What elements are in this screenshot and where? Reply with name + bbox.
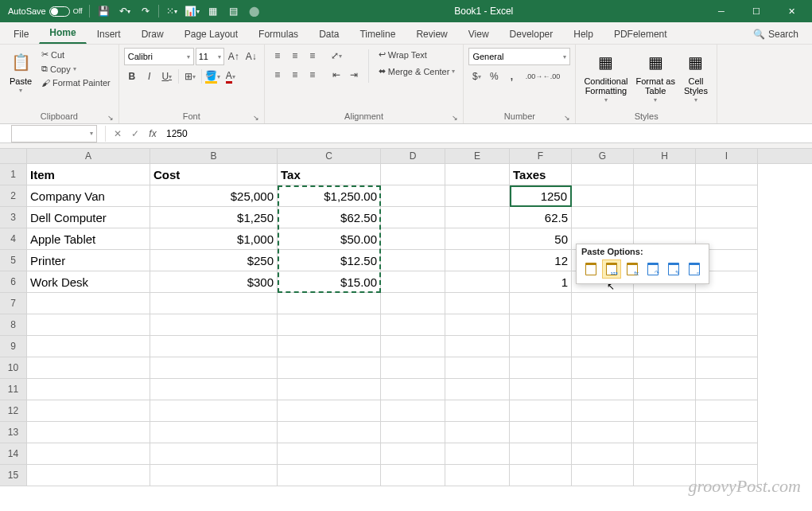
cell-F4[interactable]: 50: [510, 228, 572, 250]
qat-scatter-icon[interactable]: ⁙▾: [162, 2, 181, 21]
cell-H14[interactable]: [634, 443, 696, 465]
cell-E11[interactable]: [445, 379, 510, 400]
cell-A6[interactable]: Work Desk: [27, 271, 150, 293]
font-name-select[interactable]: Calibri▾: [124, 48, 194, 65]
paste-transpose-button[interactable]: ↷: [643, 259, 662, 279]
cell-E2[interactable]: [445, 185, 510, 207]
cell-A5[interactable]: Printer: [27, 250, 150, 271]
cell-C3[interactable]: $62.50: [278, 207, 381, 228]
row-header[interactable]: 13: [0, 422, 27, 443]
tab-formulas[interactable]: Formulas: [248, 23, 309, 44]
cell-F1[interactable]: Taxes: [510, 164, 572, 185]
cell-C11[interactable]: [278, 379, 381, 400]
cell-G14[interactable]: [572, 443, 634, 465]
confirm-edit-icon[interactable]: ✓: [126, 125, 144, 142]
qat-grid-icon[interactable]: ▤: [224, 2, 243, 21]
row-header[interactable]: 4: [0, 228, 27, 250]
cell-C5[interactable]: $12.50: [278, 250, 381, 271]
col-header[interactable]: C: [278, 149, 381, 163]
row-header[interactable]: 11: [0, 379, 27, 400]
cell-C6[interactable]: $15.00: [278, 271, 381, 293]
cell-A9[interactable]: [27, 336, 150, 357]
copy-button[interactable]: ⧉Copy▾: [38, 62, 114, 76]
tab-pagelayout[interactable]: Page Layout: [174, 23, 248, 44]
cell-H3[interactable]: [634, 207, 696, 228]
cell-I8[interactable]: [696, 314, 758, 336]
cell-C7[interactable]: [278, 293, 381, 314]
cell-I11[interactable]: [696, 379, 758, 400]
cell-B10[interactable]: [150, 357, 278, 379]
select-all-corner[interactable]: [0, 149, 27, 163]
cell-C10[interactable]: [278, 357, 381, 379]
row-header[interactable]: 9: [0, 336, 27, 357]
cell-A1[interactable]: Item: [27, 164, 150, 185]
tab-help[interactable]: Help: [563, 23, 604, 44]
cell-F3[interactable]: 62.5: [510, 207, 572, 228]
cell-G13[interactable]: [572, 422, 634, 443]
qat-table-icon[interactable]: ▦: [204, 2, 223, 21]
cell-F14[interactable]: [510, 443, 572, 465]
merge-center-button[interactable]: ⬌Merge & Center▾: [375, 64, 459, 78]
tab-view[interactable]: View: [458, 23, 499, 44]
cell-H7[interactable]: [634, 293, 696, 314]
cell-F8[interactable]: [510, 314, 572, 336]
col-header[interactable]: F: [510, 149, 572, 163]
cell-H1[interactable]: [634, 164, 696, 185]
col-header[interactable]: H: [634, 149, 696, 163]
cell-B1[interactable]: Cost: [150, 164, 278, 185]
row-header[interactable]: 5: [0, 250, 27, 271]
cell-D5[interactable]: [381, 250, 445, 271]
fill-color-button[interactable]: 🪣▾: [205, 68, 221, 84]
col-header[interactable]: E: [445, 149, 510, 163]
cell-E6[interactable]: [445, 271, 510, 293]
tab-pdfelement[interactable]: PDFelement: [604, 23, 678, 44]
close-button[interactable]: ✕: [774, 0, 809, 22]
worksheet-grid[interactable]: A B C D E F G H I 123456789101112131415 …: [0, 148, 812, 486]
align-right-icon[interactable]: ≡: [305, 67, 321, 83]
cell-I2[interactable]: [696, 185, 758, 207]
cell-I7[interactable]: [696, 293, 758, 314]
cell-I14[interactable]: [696, 443, 758, 465]
accounting-format-button[interactable]: $▾: [468, 68, 484, 84]
cell-G11[interactable]: [572, 379, 634, 400]
borders-button[interactable]: ⊞▾: [182, 68, 198, 84]
cell-D6[interactable]: [381, 271, 445, 293]
cell-styles-button[interactable]: ▦Cell Styles▾: [680, 48, 712, 106]
minimize-button[interactable]: ─: [704, 0, 739, 22]
cell-I12[interactable]: [696, 400, 758, 422]
cell-D15[interactable]: [381, 465, 445, 486]
tab-timeline[interactable]: Timeline: [349, 23, 406, 44]
cell-A13[interactable]: [27, 422, 150, 443]
cell-C14[interactable]: [278, 443, 381, 465]
paste-formatting-button[interactable]: ✎: [664, 259, 683, 279]
cut-button[interactable]: ✂Cut: [38, 48, 114, 61]
decrease-indent-icon[interactable]: ⇤: [328, 67, 344, 83]
cell-H15[interactable]: [634, 465, 696, 486]
row-header[interactable]: 10: [0, 357, 27, 379]
qat-chart-icon[interactable]: 📊▾: [183, 2, 202, 21]
cell-D12[interactable]: [381, 400, 445, 422]
cell-A14[interactable]: [27, 443, 150, 465]
dialog-launcher-icon[interactable]: ↘: [253, 114, 259, 122]
tab-data[interactable]: Data: [309, 23, 349, 44]
cell-G9[interactable]: [572, 336, 634, 357]
cell-C13[interactable]: [278, 422, 381, 443]
cell-F11[interactable]: [510, 379, 572, 400]
cell-G15[interactable]: [572, 465, 634, 486]
cell-I13[interactable]: [696, 422, 758, 443]
cell-D10[interactable]: [381, 357, 445, 379]
cell-G1[interactable]: [572, 164, 634, 185]
align-top-icon[interactable]: ≡: [270, 48, 286, 64]
cell-B12[interactable]: [150, 400, 278, 422]
cell-B7[interactable]: [150, 293, 278, 314]
cell-D9[interactable]: [381, 336, 445, 357]
cell-H8[interactable]: [634, 314, 696, 336]
cell-E5[interactable]: [445, 250, 510, 271]
undo-icon[interactable]: ↶▾: [115, 2, 134, 21]
cell-H10[interactable]: [634, 357, 696, 379]
format-as-table-button[interactable]: ▦Format as Table▾: [632, 48, 678, 106]
number-format-select[interactable]: General▾: [468, 48, 570, 65]
cell-A11[interactable]: [27, 379, 150, 400]
row-header[interactable]: 15: [0, 465, 27, 486]
cell-D13[interactable]: [381, 422, 445, 443]
